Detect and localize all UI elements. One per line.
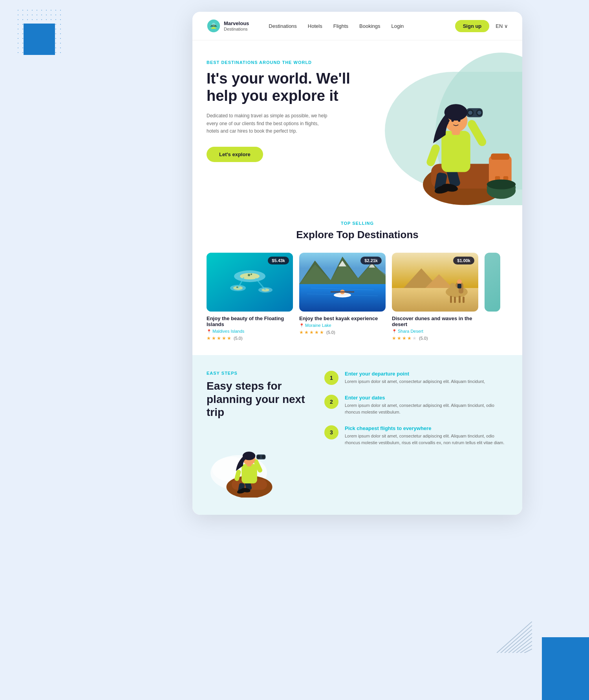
nav-bookings[interactable]: Bookings — [359, 23, 380, 29]
step-num-2: 2 — [324, 395, 338, 409]
step-content-2: Enter your dates Lorem ipsum dolor sit a… — [345, 395, 508, 416]
logo-icon — [207, 19, 221, 33]
steps-layout: EASY STEPS Easy steps for planning your … — [207, 371, 508, 499]
step-item-1: 1 Enter your departure point Lorem ipsum… — [324, 371, 508, 385]
logo-subtitle: Destinations — [224, 27, 249, 31]
svg-rect-72 — [450, 296, 452, 303]
step-num-1: 1 — [324, 371, 338, 385]
dest-card-desert: $1.00k Discover dunes and waves in the d… — [392, 253, 478, 343]
hero-tag: BEST DESTINATIONS AROUND THE WORLD — [207, 60, 356, 65]
destination-cards: $5.43k Enjoy the beauty of the Floating … — [207, 253, 508, 343]
bg-blue-rect-decoration — [542, 637, 589, 700]
step-item-3: 3 Pick cheapest flights to everywhere Lo… — [324, 425, 508, 447]
dest-name-moraine: Enjoy the best kayak experience — [299, 315, 386, 321]
step-desc-2: Lorem ipsum dolor sit amet, consectetur … — [345, 402, 508, 416]
step-content-3: Pick cheapest flights to everywhere Lore… — [345, 425, 508, 447]
rating-count: (5.0) — [419, 336, 428, 341]
svg-rect-24 — [441, 131, 470, 172]
star-2: ★ — [397, 335, 401, 341]
hero-description: Dedicated to making travel as simple as … — [207, 112, 332, 135]
nav-links: Destinations Hotels Flights Bookings Log… — [269, 23, 455, 29]
nav-login[interactable]: Login — [391, 23, 404, 29]
star-1: ★ — [299, 330, 304, 335]
nav-flights[interactable]: Flights — [333, 23, 348, 29]
svg-point-94 — [243, 452, 255, 460]
svg-rect-69 — [450, 286, 452, 290]
hero-content: BEST DESTINATIONS AROUND THE WORLD It's … — [207, 60, 356, 162]
bg-blue-square-decoration — [24, 24, 55, 55]
dest-name-maldives: Enjoy the beauty of the Floating Islands — [207, 315, 293, 327]
navbar: Marvelous Destinations Destinations Hote… — [192, 12, 522, 40]
star-half: ★ — [227, 335, 231, 341]
star-4: ★ — [315, 330, 319, 335]
rating-count: (5.0) — [234, 336, 243, 341]
step-num-3: 3 — [324, 425, 338, 439]
dest-stars-moraine: ★ ★ ★ ★ ★ (5.0) — [299, 330, 386, 335]
step-desc-3: Lorem ipsum dolor sit amet, consectetur … — [345, 433, 508, 447]
dest-price-moraine: $2.21k — [360, 257, 382, 264]
dest-location-maldives: 📍 Maldives Islands — [207, 329, 293, 334]
dest-price-desert: $1.00k — [453, 257, 474, 264]
svg-line-2 — [505, 629, 532, 653]
steps-left: EASY STEPS Easy steps for planning your … — [207, 371, 309, 499]
dest-img-wrap-partial — [485, 253, 500, 312]
logo[interactable]: Marvelous Destinations — [207, 19, 249, 33]
signup-button[interactable]: Sign up — [455, 20, 490, 32]
svg-point-70 — [457, 279, 462, 284]
dest-img-wrap-moraine: $2.21k — [299, 253, 386, 312]
hero-illustration — [369, 44, 522, 205]
dest-img-wrap-desert: $1.00k — [392, 253, 478, 312]
dest-img-wrap-maldives: $5.43k — [207, 253, 293, 312]
dest-info-maldives: Enjoy the beauty of the Floating Islands… — [207, 312, 293, 343]
rating-count: (5.0) — [326, 330, 335, 335]
star-3: ★ — [402, 335, 406, 341]
nav-hotels[interactable]: Hotels — [308, 23, 322, 29]
svg-point-9 — [212, 23, 216, 26]
svg-point-47 — [236, 286, 238, 288]
step-heading-1: Enter your departure point — [345, 371, 485, 377]
svg-point-36 — [458, 119, 460, 122]
star-3: ★ — [217, 335, 221, 341]
dest-stars-desert: ★ ★ ★ ★ ★ (5.0) — [392, 335, 478, 341]
star-2: ★ — [304, 330, 309, 335]
step-heading-2: Enter your dates — [345, 395, 508, 401]
dest-img-partial — [485, 253, 500, 312]
step-content-1: Enter your departure point Lorem ipsum d… — [345, 371, 485, 385]
main-card: Marvelous Destinations Destinations Hote… — [192, 12, 522, 515]
language-selector[interactable]: EN ∨ — [496, 23, 508, 29]
top-destinations-title: Explore Top Destinations — [207, 229, 508, 241]
svg-rect-77 — [485, 253, 500, 312]
location-pin-icon-3: 📍 — [392, 329, 397, 334]
star-empty: ★ — [412, 335, 417, 341]
dest-price-maldives: $5.43k — [268, 257, 289, 264]
nav-actions: Sign up EN ∨ — [455, 20, 508, 32]
dest-info-desert: Discover dunes and waves in the desert 📍… — [392, 312, 478, 343]
star-1: ★ — [207, 335, 211, 341]
svg-point-90 — [257, 455, 260, 459]
star-1: ★ — [392, 335, 396, 341]
step-heading-3: Pick cheapest flights to everywhere — [345, 425, 508, 431]
star-half: ★ — [320, 330, 324, 335]
svg-point-34 — [444, 104, 468, 120]
location-pin-icon: 📍 — [207, 329, 211, 334]
logo-title: Marvelous — [224, 20, 249, 27]
dest-card-moraine: $2.21k Enjoy the best kayak experience 📍… — [299, 253, 386, 343]
hero-section: BEST DESTINATIONS AROUND THE WORLD It's … — [192, 40, 522, 205]
logo-text: Marvelous Destinations — [224, 20, 249, 31]
svg-rect-73 — [454, 297, 456, 303]
svg-rect-75 — [463, 297, 465, 303]
explore-button[interactable]: Let's explore — [207, 147, 263, 162]
steps-tag: EASY STEPS — [207, 371, 309, 376]
star-3: ★ — [309, 330, 314, 335]
dest-location-moraine: 📍 Moraine Lake — [299, 323, 386, 328]
step-item-2: 2 Enter your dates Lorem ipsum dolor sit… — [324, 395, 508, 416]
steps-illustration — [207, 427, 285, 498]
star-2: ★ — [212, 335, 216, 341]
star-4: ★ — [407, 335, 412, 341]
svg-point-65 — [446, 286, 468, 297]
svg-rect-74 — [459, 296, 461, 303]
svg-point-45 — [248, 274, 250, 276]
nav-destinations[interactable]: Destinations — [269, 23, 297, 29]
svg-point-19 — [487, 179, 516, 189]
dest-card-maldives: $5.43k Enjoy the beauty of the Floating … — [207, 253, 293, 343]
